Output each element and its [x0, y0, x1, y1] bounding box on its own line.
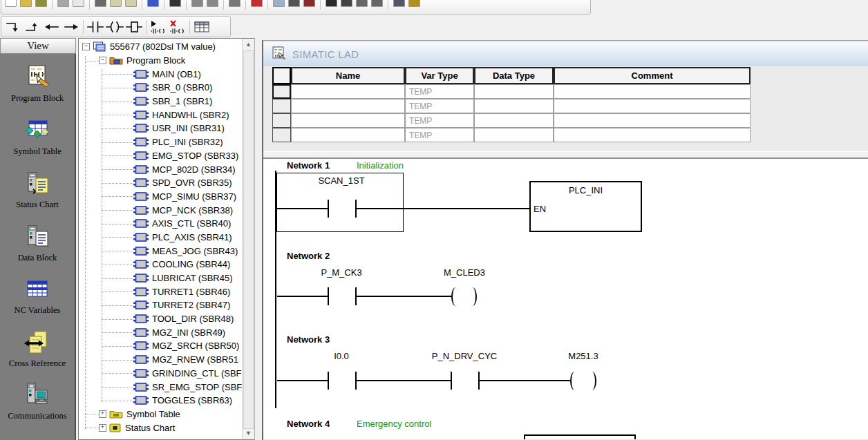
pane-splitter[interactable]: [263, 151, 868, 159]
subroutine-call-box[interactable]: PLC_INI EN: [529, 181, 642, 232]
tree-expander-minus-icon[interactable]: −: [99, 57, 106, 64]
tree-scrollbar[interactable]: ▲ ▼: [242, 39, 254, 439]
network-2-label[interactable]: Network 2: [287, 251, 330, 261]
copy-icon[interactable]: [110, 0, 122, 7]
var-table-header-name[interactable]: Name: [291, 67, 405, 84]
var-table-cell[interactable]: [474, 128, 554, 142]
compile-icon[interactable]: [251, 0, 263, 7]
sidebar-item-communications[interactable]: Communications: [0, 382, 75, 421]
ladder-line-up-button[interactable]: [23, 18, 42, 36]
tree-item-sr-emg-stop-sbf[interactable]: SR_EMG_STOP (SBF: [79, 380, 243, 394]
tree-item-sbr-1-sbr1[interactable]: SBR_1 (SBR1): [79, 95, 243, 108]
save-project-icon[interactable]: [35, 0, 47, 7]
lock-icon[interactable]: [408, 0, 420, 7]
tree-item-usr-ini-sbr31[interactable]: USR_INI (SBR31): [79, 122, 243, 135]
sidebar-item-status-chart[interactable]: Status Chart: [0, 171, 75, 210]
contact-label[interactable]: I0.0: [300, 351, 383, 361]
var-table-cell[interactable]: [474, 99, 554, 113]
tree-item-tool-dir-sbr48[interactable]: TOOL_DIR (SBR48): [79, 312, 243, 326]
sidebar-item-symbol-table[interactable]: Symbol Table: [0, 117, 75, 157]
ladder-line-left-button[interactable]: [42, 18, 62, 36]
coil-label[interactable]: M_CLED3: [423, 267, 506, 278]
tree-item-toggles-sbr63[interactable]: TOGGLES (SBR63): [79, 394, 243, 408]
split-bars-icon[interactable]: [169, 0, 181, 7]
tree-expander-plus-icon[interactable]: +: [99, 424, 106, 432]
tree-item-mcp-nck-sbr38[interactable]: MCP_NCK (SBR38): [79, 203, 243, 217]
var-table-header-comment[interactable]: Comment: [554, 67, 751, 84]
lad-title-bar[interactable]: SIMATIC LAD: [263, 42, 868, 66]
var-table-cell[interactable]: TEMP: [405, 99, 474, 113]
tree-item-turret1-sbr46[interactable]: TURRET1 (SBR46): [79, 285, 243, 298]
var-table-cell[interactable]: TEMP: [405, 84, 474, 99]
coil-arc[interactable]: [587, 372, 596, 390]
var-table-cell[interactable]: [554, 113, 751, 128]
contact-label[interactable]: P_N_DRV_CYC: [416, 351, 513, 361]
contact-label[interactable]: P_M_CK3: [300, 267, 383, 278]
ladder-line-down-button[interactable]: [3, 18, 23, 36]
tree-item-spd-ovr-sbr35[interactable]: SPD_OVR (SBR35): [79, 176, 243, 190]
network-1-label[interactable]: Network 1: [287, 160, 330, 171]
paste-icon[interactable]: [125, 0, 137, 7]
sidebar-item-nc-variables[interactable]: NC Variables: [0, 276, 75, 316]
var-table-cell[interactable]: [554, 128, 751, 142]
contact-bar[interactable]: [328, 200, 329, 218]
chart-status-icon[interactable]: [371, 0, 383, 7]
open-project-icon[interactable]: [20, 0, 32, 7]
coil-arc[interactable]: [570, 372, 579, 390]
var-table-cell[interactable]: [554, 84, 751, 99]
new-document-icon[interactable]: [5, 0, 17, 7]
zoom-icon[interactable]: [229, 0, 240, 7]
tree-expander-plus-icon[interactable]: +: [99, 410, 106, 418]
insert-element-button[interactable]: [149, 18, 168, 36]
tree-item-cooling-sbr44[interactable]: COOLING (SBR44): [79, 258, 243, 271]
scrollbar-thumb[interactable]: [243, 50, 254, 429]
options-grid-icon[interactable]: [273, 0, 285, 7]
tree-item-meas-jog-sbr43[interactable]: MEAS_JOG (SBR43): [79, 244, 243, 258]
program-status-icon[interactable]: [356, 0, 368, 7]
var-table-cell[interactable]: [291, 84, 405, 99]
tree-item-mgz-rnew-sbr51[interactable]: MGZ_RNEW (SBR51: [79, 353, 243, 367]
contact-button[interactable]: [86, 18, 105, 36]
tree-item-555677-802dsl-tm-value[interactable]: − 555677 (802Dsl TM value): [79, 40, 243, 54]
var-table-row-header[interactable]: [272, 128, 291, 142]
scroll-down-icon[interactable]: ▼: [243, 428, 254, 439]
insert-box-icon[interactable]: [147, 0, 159, 7]
network-4-comment[interactable]: Emergency control: [357, 419, 431, 429]
sort-descending-icon[interactable]: [207, 0, 218, 7]
run-mode-icon[interactable]: [326, 0, 337, 7]
partial-box[interactable]: [524, 434, 636, 439]
var-table-header-data-type[interactable]: Data Type: [474, 67, 554, 84]
pause-icon[interactable]: [288, 0, 300, 7]
var-table-row-header[interactable]: [272, 99, 291, 113]
var-table-cell[interactable]: [554, 99, 751, 113]
find-icon[interactable]: [95, 0, 106, 7]
remove-icon[interactable]: [303, 0, 315, 7]
var-table-cell[interactable]: [474, 84, 554, 99]
tree-item-status-chart[interactable]: + Status Chart: [79, 421, 243, 434]
contact-bar[interactable]: [451, 372, 452, 390]
tree-item-grinding-ctl-sbf[interactable]: GRINDING_CTL (SBF: [79, 367, 243, 381]
tree-item-mgz-ini-sbr49[interactable]: MGZ_INI (SBR49): [79, 325, 243, 339]
contact-bar[interactable]: [328, 372, 329, 390]
network-3-label[interactable]: Network 3: [287, 334, 330, 345]
var-table-cell[interactable]: [291, 99, 405, 113]
coil-button[interactable]: [105, 18, 124, 36]
var-table-cell[interactable]: TEMP: [405, 113, 474, 128]
network-4-label[interactable]: Network 4: [287, 419, 330, 429]
tree-item-mcp-802d-sbr34[interactable]: MCP_802D (SBR34): [79, 162, 243, 176]
tree-item-lubricat-sbr45[interactable]: LUBRICAT (SBR45): [79, 271, 243, 285]
tree-item-symbol-table[interactable]: + Symbol Table: [79, 408, 243, 421]
delete-element-button[interactable]: [168, 18, 187, 36]
contact-label[interactable]: SCAN_1ST: [300, 175, 383, 186]
view-bar-header[interactable]: View: [0, 38, 76, 54]
stop-mode-icon[interactable]: [341, 0, 352, 7]
bookmark-icon[interactable]: [393, 0, 405, 7]
var-table-header[interactable]: [272, 67, 291, 84]
table-view-button[interactable]: [192, 18, 211, 36]
tree-item-sbr-0-sbr0[interactable]: SBR_0 (SBR0): [79, 81, 243, 95]
ladder-line-right-button[interactable]: [62, 18, 81, 36]
coil-arc[interactable]: [468, 287, 477, 306]
var-table-row-header[interactable]: [272, 84, 291, 99]
sort-ascending-icon[interactable]: [191, 0, 203, 7]
sidebar-item-cross-reference[interactable]: Cross Reference: [0, 329, 75, 369]
